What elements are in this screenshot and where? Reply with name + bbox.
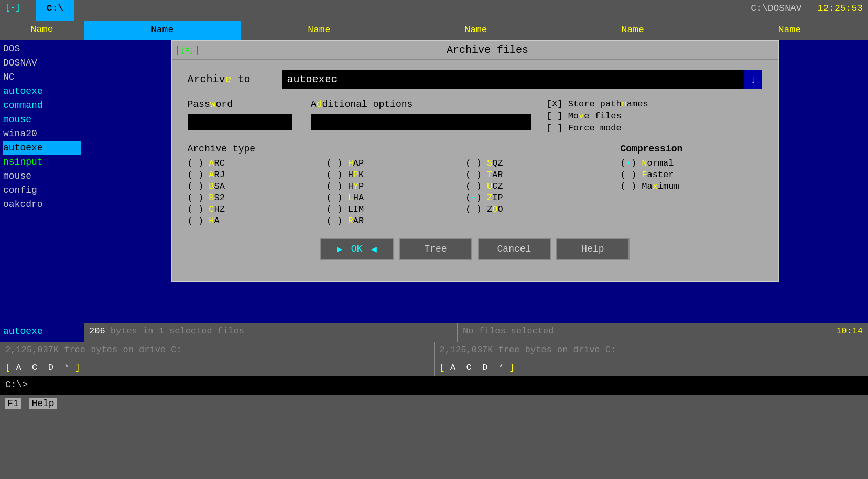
archive-item-hyp[interactable]: ( ) HYP — [327, 181, 465, 191]
left-panel: DOS DOSNAV NC autoexe command mouse wina… — [0, 40, 84, 323]
checkbox-store-pathnames[interactable]: [X] Store pathnames — [547, 99, 762, 109]
dialog-overlay: [=] Archive files Archive to ↓ — [81, 40, 868, 323]
list-item[interactable]: oakcdro — [3, 198, 81, 212]
archive-dropdown-button[interactable]: ↓ — [744, 70, 762, 89]
bottom-label-bar: autoexe 206 bytes in 1 selected files No… — [0, 323, 868, 342]
ok-arrow-left: ▶ — [337, 243, 342, 255]
archive-item-ha[interactable]: ( ) HA — [188, 216, 327, 226]
bottom-left-file: autoexe — [0, 323, 84, 342]
dialog-title-bar: [=] Archive files — [172, 41, 778, 60]
archive-item-lim[interactable]: ( ) LIM — [327, 204, 465, 214]
dialog-body: Archive to ↓ Password — [172, 60, 778, 281]
col-header-6[interactable]: Name — [711, 21, 868, 40]
archive-item-hpk[interactable]: ( ) HPK — [327, 170, 465, 180]
bottom-time-right: 10:14 — [831, 323, 868, 342]
archive-to-label: Archive to — [188, 73, 272, 85]
archive-type-label: Archive type — [188, 144, 605, 154]
tree-button[interactable]: Tree — [399, 238, 472, 260]
cancel-button[interactable]: Cancel — [478, 238, 551, 260]
help-label: Help — [29, 398, 56, 409]
f1-key[interactable]: F1 — [5, 398, 21, 409]
ok-button[interactable]: ▶ OK ◀ — [320, 238, 394, 260]
help-bar: F1 Help — [0, 395, 868, 414]
top-center-path[interactable]: C:\ — [36, 0, 74, 21]
ok-arrow-right: ◀ — [371, 243, 377, 255]
archive-item-lha[interactable]: ( ) LHA — [327, 193, 465, 203]
dos-prompt: C:\> — [5, 379, 28, 390]
compression-section: Compression (•) Normal ( ) Faster ( ) Ma… — [605, 144, 762, 227]
archive-input[interactable] — [282, 70, 744, 89]
list-item[interactable]: nsinput — [3, 155, 81, 169]
additional-section: Additional options — [311, 99, 531, 135]
compression-normal[interactable]: (•) Normal — [621, 158, 762, 168]
dos-screen: [-] C:\ C:\DOSNAV 12:25:53 Name Name Nam… — [0, 0, 868, 479]
drive-left: 2,125,037K free bytes on drive C: — [0, 342, 434, 361]
top-left-bracket[interactable]: [-] — [0, 0, 26, 21]
list-item[interactable]: mouse — [3, 113, 81, 127]
drive-right: 2,125,037K free bytes on drive C: — [434, 342, 869, 361]
top-bar: [-] C:\ C:\DOSNAV 12:25:53 — [0, 0, 868, 21]
column-headers: Name Name Name Name Name Name — [0, 21, 868, 40]
prompt-bar: C:\> — [0, 376, 868, 395]
list-item[interactable]: DOSNAV — [3, 56, 81, 70]
compression-faster[interactable]: ( ) Faster — [621, 170, 762, 180]
archive-to-row: Archive to ↓ — [188, 70, 762, 89]
password-label: Password — [188, 99, 295, 110]
col-header-4[interactable]: Name — [397, 21, 554, 40]
top-spacer — [74, 0, 740, 21]
drive-selector-left[interactable]: [ A C D * ] — [0, 361, 434, 376]
drive-selector-right[interactable]: [ A C D * ] — [434, 361, 869, 376]
checkbox-move-files[interactable]: [ ] Move files — [547, 111, 762, 121]
archive-col-2: ( ) HAP ( ) HPK ( ) HYP ( ) LHA ( ) LIM … — [327, 158, 465, 227]
archive-type-grid: ( ) ARC ( ) ARJ ( ) BSA ( ) BS2 ( ) CHZ … — [188, 158, 605, 227]
archive-col-1: ( ) ARC ( ) ARJ ( ) BSA ( ) BS2 ( ) CHZ … — [188, 158, 327, 227]
help-button[interactable]: Help — [556, 238, 630, 260]
col-header-2[interactable]: Name — [84, 21, 241, 40]
archive-item-rar[interactable]: ( ) RAR — [327, 216, 465, 226]
password-section: Password — [188, 99, 295, 135]
bottom-status-right: No files selected — [457, 323, 831, 342]
archive-item-hap[interactable]: ( ) HAP — [327, 158, 465, 168]
top-right-path: C:\DOSNAV — [740, 0, 812, 21]
panels-area: DOS DOSNAV NC autoexe command mouse wina… — [0, 40, 868, 323]
archive-item-bs2[interactable]: ( ) BS2 — [188, 193, 327, 203]
drive-bar2: [ A C D * ] [ A C D * ] — [0, 361, 868, 376]
archive-item-zoo[interactable]: ( ) ZOO — [465, 204, 604, 214]
password-input[interactable] — [188, 114, 292, 130]
list-item[interactable]: wina20 — [3, 127, 81, 141]
top-clock: 12:25:53 — [812, 0, 868, 21]
list-item[interactable]: mouse — [3, 169, 81, 183]
bottom-status-left: 206 bytes in 1 selected files — [84, 323, 457, 342]
dialog-close-button[interactable]: [=] — [177, 46, 198, 55]
list-item[interactable]: command — [3, 99, 81, 113]
archive-item-chz[interactable]: ( ) CHZ — [188, 204, 327, 214]
list-item[interactable]: NC — [3, 70, 81, 84]
list-item[interactable]: autoexe — [3, 84, 81, 99]
additional-label: Additional options — [311, 99, 531, 110]
list-item[interactable]: config — [3, 183, 81, 198]
archive-item-ucz[interactable]: ( ) UCZ — [465, 181, 604, 191]
archive-dialog: [=] Archive files Archive to ↓ — [171, 40, 779, 282]
checkbox-force-mode[interactable]: [ ] Force mode — [547, 123, 762, 133]
archive-item-sqz[interactable]: ( ) SQZ — [465, 158, 604, 168]
compression-label: Compression — [621, 144, 762, 154]
col-header-1[interactable]: Name — [0, 21, 84, 40]
list-item[interactable]: autoexe — [3, 141, 81, 155]
list-item[interactable]: DOS — [3, 42, 81, 56]
archive-item-bsa[interactable]: ( ) BSA — [188, 181, 327, 191]
archive-item-zip[interactable]: (•) ZIP — [465, 193, 604, 203]
archive-item-arj[interactable]: ( ) ARJ — [188, 170, 327, 180]
dialog-title: Archive files — [203, 44, 773, 56]
drive-bar: 2,125,037K free bytes on drive C: 2,125,… — [0, 342, 868, 361]
archive-col-3: ( ) SQZ ( ) TAR ( ) UCZ (•) ZIP ( ) ZOO — [465, 158, 604, 227]
additional-input[interactable] — [311, 114, 531, 130]
checkboxes-section: [X] Store pathnames [ ] Move files [ ] F… — [547, 99, 762, 135]
archive-item-blank — [465, 216, 604, 226]
archive-type-section: Archive type ( ) ARC ( ) ARJ ( ) BSA ( )… — [188, 144, 605, 227]
col-header-3[interactable]: Name — [241, 21, 397, 40]
compression-maximum[interactable]: ( ) Maximum — [621, 181, 762, 191]
selected-count: 206 — [89, 326, 105, 336]
col-header-5[interactable]: Name — [555, 21, 711, 40]
archive-item-tar[interactable]: ( ) TAR — [465, 170, 604, 180]
archive-item-arc[interactable]: ( ) ARC — [188, 158, 327, 168]
